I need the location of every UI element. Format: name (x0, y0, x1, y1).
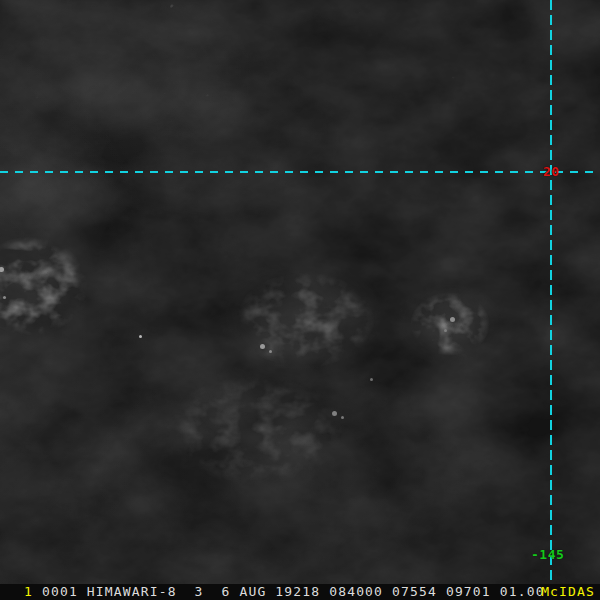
latitude-gridline (0, 171, 600, 173)
satellite-image: 20 -145 (0, 0, 600, 584)
status-bar: 1 0001 HIMAWARI-8 3 6 AUG 19218 084000 0… (0, 584, 600, 600)
bright-cloud-specks (139, 335, 142, 338)
frame-counter: 1 (24, 584, 33, 600)
latitude-label: 20 (543, 164, 560, 179)
status-text: 0001 HIMAWARI-8 3 6 AUG 19218 084000 075… (33, 584, 545, 600)
cloud-noise-texture (0, 0, 600, 584)
mcidas-brand: McIDAS (541, 584, 595, 600)
longitude-label: -145 (531, 547, 564, 562)
longitude-gridline (550, 0, 552, 584)
mcidas-window: 20 -145 1 0001 HIMAWARI-8 3 6 AUG 19218 … (0, 0, 600, 600)
